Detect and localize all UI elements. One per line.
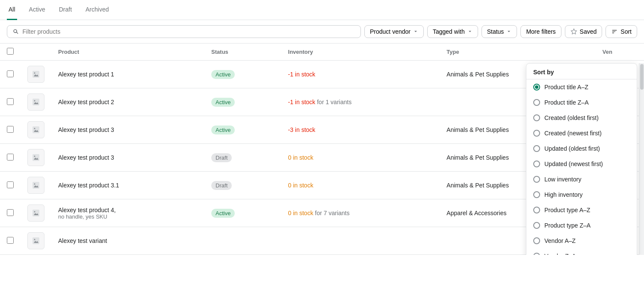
status-badge: Active (211, 98, 235, 107)
row-checkbox[interactable] (7, 154, 14, 161)
sort-option-vendor-desc[interactable]: Vendor Z–A (526, 248, 637, 255)
sort-option-type-asc[interactable]: Product type A–Z (526, 202, 637, 218)
sort-radio-high-inventory (533, 191, 540, 198)
inventory-value: 0 in stock (288, 210, 313, 216)
product-thumbnail-cell (21, 199, 51, 227)
product-thumbnail-cell (21, 144, 51, 172)
saved-button[interactable]: Saved (565, 25, 603, 38)
sort-radio-updated-newest (533, 161, 540, 167)
svg-point-3 (34, 100, 35, 102)
sort-option-updated-oldest[interactable]: Updated (oldest first) (526, 141, 637, 156)
sort-option-updated-newest[interactable]: Updated (newest first) (526, 156, 637, 172)
sort-option-vendor-asc[interactable]: Vendor A–Z (526, 233, 637, 248)
product-status-cell: Active (204, 199, 281, 227)
sort-option-label: Product title Z–A (544, 99, 589, 106)
sort-option-label: Created (oldest first) (544, 114, 599, 121)
sort-option-label: Product title A–Z (544, 84, 588, 91)
tagged-with-filter[interactable]: Tagged with (427, 25, 478, 38)
chevron-down-icon (413, 29, 418, 34)
row-checkbox[interactable] (7, 237, 14, 244)
select-all-header[interactable] (0, 44, 21, 61)
row-checkbox-cell[interactable] (0, 144, 21, 172)
th-inventory: Inventory (281, 44, 440, 61)
svg-rect-10 (32, 210, 39, 216)
svg-rect-8 (32, 182, 39, 189)
row-checkbox[interactable] (7, 209, 14, 216)
product-inventory-cell: 0 in stock (281, 172, 440, 199)
tab-draft[interactable]: Draft (57, 0, 74, 20)
sort-option-type-desc[interactable]: Product type Z–A (526, 218, 637, 233)
product-thumbnail-cell (21, 88, 51, 116)
tab-archived[interactable]: Archived (84, 0, 110, 20)
row-checkbox-cell[interactable] (0, 172, 21, 199)
sort-option-label: Product type Z–A (544, 222, 591, 229)
sort-option-created-oldest[interactable]: Created (oldest first) (526, 110, 637, 126)
product-name-cell: Alexey test product 2 (51, 88, 204, 116)
status-badge: Active (211, 126, 235, 134)
product-status-cell: Draft (204, 172, 281, 199)
row-checkbox-cell[interactable] (0, 61, 21, 88)
tab-all[interactable]: All (7, 0, 17, 20)
svg-point-9 (34, 184, 35, 185)
more-filters-button[interactable]: More filters (520, 25, 561, 38)
product-name-cell: Alexey test product 3.1 (51, 172, 204, 199)
sort-option-title-asc[interactable]: Product title A–Z (526, 79, 637, 95)
product-inventory-cell: -1 in stock for 1 variants (281, 88, 440, 116)
product-thumbnail (27, 121, 44, 138)
row-checkbox-cell[interactable] (0, 199, 21, 227)
product-status-cell (204, 227, 281, 255)
th-type: Type (440, 44, 595, 61)
chevron-down-icon (467, 29, 473, 34)
product-thumbnail (27, 204, 44, 222)
status-badge: Draft (211, 153, 232, 162)
status-badge: Draft (211, 181, 232, 190)
sort-option-created-newest[interactable]: Created (newest first) (526, 126, 637, 141)
product-vendor-filter[interactable]: Product vendor (364, 25, 424, 38)
sort-radio-created-newest (533, 130, 540, 137)
product-name: Alexey test product 3.1 (58, 182, 198, 189)
th-status: Status (204, 44, 281, 61)
sort-radio-type-asc (533, 207, 540, 213)
product-status-cell: Active (204, 88, 281, 116)
product-inventory-cell: 0 in stock (281, 144, 440, 172)
row-checkbox-cell[interactable] (0, 116, 21, 144)
right-scrollbar[interactable] (639, 63, 644, 255)
sort-option-label: Vendor A–Z (544, 237, 576, 244)
product-name: Alexey test product 3 (58, 154, 198, 161)
sort-button[interactable]: Sort (606, 25, 637, 38)
row-checkbox-cell[interactable] (0, 88, 21, 116)
product-name: Alexey test product 1 (58, 71, 198, 78)
status-badge: Active (211, 209, 235, 218)
sort-option-title-desc[interactable]: Product title Z–A (526, 95, 637, 110)
svg-rect-4 (32, 126, 39, 133)
select-all-checkbox[interactable] (7, 48, 14, 55)
scrollbar-thumb[interactable] (640, 64, 644, 90)
svg-rect-0 (32, 71, 39, 78)
search-input[interactable] (23, 28, 355, 35)
search-container[interactable] (7, 25, 361, 38)
row-checkbox-cell[interactable] (0, 227, 21, 255)
inventory-value: -3 in stock (288, 126, 316, 133)
sort-option-label: Product type A–Z (544, 207, 590, 213)
sort-radio-low-inventory (533, 176, 540, 183)
status-filter[interactable]: Status (482, 25, 517, 38)
product-thumbnail-cell (21, 116, 51, 144)
sort-option-high-inventory[interactable]: High inventory (526, 187, 637, 202)
sort-option-low-inventory[interactable]: Low inventory (526, 172, 637, 187)
product-thumbnail (27, 93, 44, 111)
row-checkbox[interactable] (7, 126, 14, 133)
th-product: Product (51, 44, 204, 61)
product-name-cell: Alexey test product 1 (51, 61, 204, 88)
sort-radio-vendor-desc (533, 253, 540, 255)
row-checkbox[interactable] (7, 181, 14, 188)
row-checkbox[interactable] (7, 98, 14, 105)
sort-option-label: Updated (newest first) (544, 161, 603, 167)
svg-rect-2 (32, 99, 39, 105)
inventory-suffix: for 7 variants (313, 210, 350, 216)
tab-active[interactable]: Active (27, 0, 47, 20)
product-name-cell: Alexey test product 3 (51, 116, 204, 144)
svg-point-7 (34, 156, 35, 157)
inventory-suffix: for 1 variants (315, 99, 352, 105)
row-checkbox[interactable] (7, 70, 14, 77)
svg-point-13 (34, 239, 35, 240)
